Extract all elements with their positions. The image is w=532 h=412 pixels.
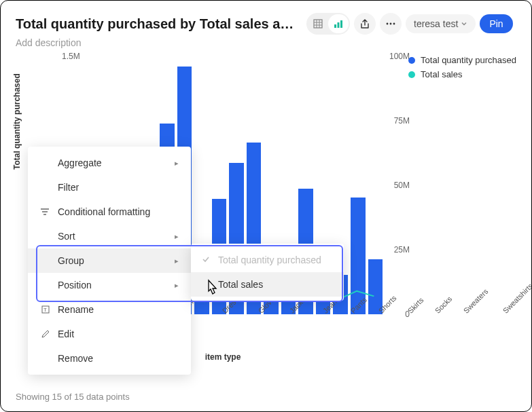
chevron-right-icon: ▸ [175, 281, 179, 290]
menu-label: Position [58, 280, 92, 291]
chevron-down-icon [461, 20, 467, 27]
y-right-tick: 25M [394, 245, 410, 255]
legend-dot-icon [408, 57, 415, 64]
x-tick-label: Socks [429, 295, 453, 318]
table-view-icon[interactable] [308, 14, 328, 33]
menu-conditional-formatting[interactable]: Conditional formatting [28, 200, 191, 224]
chevron-right-icon: ▸ [175, 232, 179, 241]
view-toggle[interactable] [306, 13, 350, 35]
user-select[interactable]: teresa test [406, 14, 476, 33]
rename-icon: T [40, 305, 51, 314]
menu-label: Filter [58, 182, 79, 193]
chevron-right-icon: ▸ [175, 159, 179, 168]
footer-status: Showing 15 of 15 data points [16, 392, 130, 402]
svg-point-8 [387, 23, 389, 25]
description-placeholder[interactable]: Add description [16, 37, 516, 48]
menu-sort[interactable]: Sort ▸ [28, 224, 191, 248]
x-axis-label: item type [205, 352, 241, 362]
menu-group[interactable]: Group ▸ [28, 248, 191, 273]
menu-remove[interactable]: Remove [28, 346, 191, 371]
menu-label: Group [58, 255, 84, 266]
legend-item[interactable]: Total sales [408, 69, 516, 79]
menu-label: Rename [58, 304, 94, 315]
submenu-label: Total sales [218, 279, 263, 290]
x-tick-label: Sweatshirts [497, 282, 532, 318]
menu-label: Edit [58, 329, 74, 339]
submenu-total-quantity[interactable]: Total quantity purchased [191, 248, 344, 272]
chevron-right-icon: ▸ [175, 257, 179, 265]
menu-edit[interactable]: Edit [28, 322, 191, 346]
menu-label: Sort [58, 231, 75, 242]
menu-label: Remove [58, 353, 93, 364]
svg-rect-0 [314, 20, 322, 28]
legend-item[interactable]: Total quantity purchased [408, 55, 516, 65]
chart-view-icon[interactable] [328, 14, 349, 33]
context-menu: Aggregate ▸ Filter Conditional formattin… [28, 147, 191, 375]
conditional-formatting-icon [40, 208, 51, 216]
menu-aggregate[interactable]: Aggregate ▸ [28, 151, 191, 175]
submenu-total-sales[interactable]: Total sales [191, 272, 344, 297]
svg-rect-7 [340, 20, 342, 28]
pin-button[interactable]: Pin [480, 14, 512, 33]
menu-label: Conditional formatting [58, 206, 150, 217]
menu-position[interactable]: Position ▸ [28, 273, 191, 297]
check-icon [202, 255, 211, 265]
pencil-icon [40, 330, 51, 338]
share-button[interactable] [354, 13, 376, 35]
group-submenu: Total quantity purchased Total sales [191, 244, 344, 301]
legend-label: Total quantity purchased [421, 55, 516, 65]
page-title[interactable]: Total quantity purchased by Total sales … [16, 16, 301, 32]
legend: Total quantity purchased Total sales [408, 55, 516, 83]
y-axis-left-label: Total quantity purchased [12, 73, 22, 170]
svg-rect-6 [338, 22, 340, 28]
svg-point-10 [393, 23, 395, 25]
legend-dot-icon [408, 71, 415, 78]
menu-label: Aggregate [58, 157, 102, 168]
menu-filter[interactable]: Filter [28, 175, 191, 200]
legend-label: Total sales [421, 69, 462, 79]
menu-rename[interactable]: T Rename [28, 297, 191, 322]
y-left-tick: 1.5M [62, 52, 80, 61]
y-right-tick: 50M [394, 181, 410, 190]
more-button[interactable] [380, 13, 402, 35]
user-name: teresa test [414, 18, 458, 29]
y-right-tick: 75M [394, 116, 410, 126]
submenu-label: Total quantity purchased [218, 255, 321, 265]
x-tick-label: Skirts [402, 296, 425, 319]
svg-text:T: T [43, 307, 47, 313]
svg-point-9 [390, 23, 392, 25]
y-right-tick: 100M [389, 52, 410, 61]
svg-rect-5 [334, 24, 336, 28]
x-tick-label: Sweaters [458, 287, 490, 319]
